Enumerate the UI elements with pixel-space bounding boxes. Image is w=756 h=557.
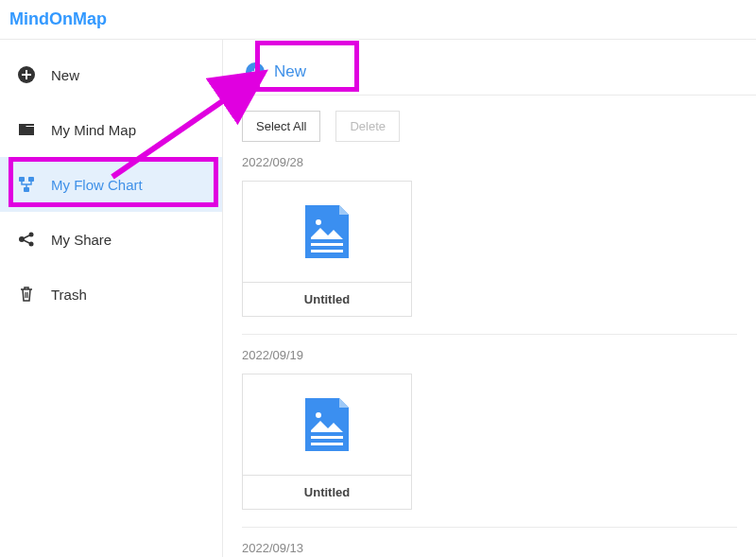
flowchart-icon [17, 175, 36, 194]
toolbar: Select All Delete [242, 111, 737, 142]
group-divider [242, 334, 737, 335]
content-area: + New Select All Delete 2022/09/28 [223, 40, 756, 557]
main-layout: New My Mind Map My Flow Chart My Share T [0, 40, 756, 557]
date-label: 2022/09/13 [242, 541, 737, 555]
sidebar-item-new[interactable]: New [0, 47, 222, 102]
svg-point-8 [316, 219, 321, 225]
select-all-button[interactable]: Select All [242, 111, 320, 142]
card-preview [243, 182, 411, 282]
sidebar-item-label: New [51, 67, 79, 83]
svg-rect-9 [311, 243, 343, 246]
document-icon [301, 203, 352, 260]
svg-rect-3 [28, 177, 34, 182]
plus-icon: + [246, 62, 265, 81]
date-group: 2022/09/19 Untitled [242, 348, 737, 510]
svg-rect-4 [24, 187, 29, 192]
sidebar-item-my-flow-chart[interactable]: My Flow Chart [0, 157, 222, 212]
sidebar-item-trash[interactable]: Trash [0, 267, 222, 322]
delete-button[interactable]: Delete [335, 111, 400, 142]
new-button[interactable]: + New [242, 57, 310, 87]
svg-point-11 [316, 412, 321, 418]
svg-rect-10 [311, 250, 343, 252]
date-group: 2022/09/13 [242, 541, 737, 555]
sidebar-item-label: My Flow Chart [51, 177, 143, 193]
date-group: 2022/09/28 Untitled [242, 155, 737, 317]
sidebar-item-my-mind-map[interactable]: My Mind Map [0, 102, 222, 157]
sidebar-item-label: Trash [51, 287, 87, 303]
sidebar-item-label: My Mind Map [51, 122, 136, 138]
app-logo: MindOnMap [9, 9, 107, 29]
card-preview [243, 374, 411, 475]
sidebar-item-my-share[interactable]: My Share [0, 212, 222, 267]
sidebar-item-label: My Share [51, 232, 112, 248]
document-icon [301, 396, 352, 453]
date-label: 2022/09/28 [242, 155, 737, 169]
group-divider [242, 527, 737, 528]
svg-rect-12 [311, 436, 343, 439]
folder-icon [17, 120, 36, 139]
share-icon [17, 230, 36, 249]
document-card[interactable]: Untitled [242, 181, 412, 317]
date-label: 2022/09/19 [242, 348, 737, 362]
divider [223, 95, 756, 96]
card-title: Untitled [243, 475, 411, 509]
trash-icon [17, 285, 36, 304]
new-button-label: New [274, 62, 306, 81]
sidebar: New My Mind Map My Flow Chart My Share T [0, 40, 223, 557]
svg-rect-2 [19, 177, 25, 182]
svg-point-6 [29, 233, 34, 237]
card-title: Untitled [243, 282, 411, 316]
svg-rect-13 [311, 443, 343, 445]
app-header: MindOnMap [0, 0, 756, 40]
svg-point-5 [19, 236, 25, 242]
svg-point-7 [29, 242, 34, 247]
document-card[interactable]: Untitled [242, 374, 412, 510]
svg-rect-1 [19, 124, 34, 126]
plus-circle-icon [17, 65, 36, 84]
